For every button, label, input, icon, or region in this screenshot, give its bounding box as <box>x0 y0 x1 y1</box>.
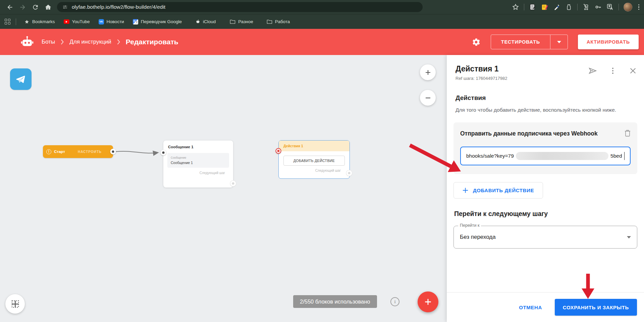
send-test-icon[interactable] <box>588 66 597 75</box>
zoom-out-button[interactable] <box>420 90 436 106</box>
start-node-configure[interactable]: НАСТРОИТЬ <box>78 150 102 154</box>
site-settings-icon[interactable] <box>62 4 68 10</box>
webhook-url-end: 5bed <box>610 153 622 159</box>
webhook-card-title: Отправить данные подписчика через Webhoo… <box>460 130 601 138</box>
message-next-step-port[interactable] <box>230 181 236 186</box>
webhook-url-input[interactable]: bhooks/sale?key=79 5bed <box>460 147 631 165</box>
flow-canvas[interactable]: ! Старт НАСТРОИТЬ Сообщение 1 Сообщение … <box>0 55 447 322</box>
chevron-right-icon <box>117 39 120 45</box>
bookmarks-divider <box>16 18 16 25</box>
bookmark-folder-misc[interactable]: Разное <box>227 18 256 25</box>
text-cursor <box>624 152 625 160</box>
bothelp-logo-icon[interactable] <box>20 35 34 49</box>
message-node-title: Сообщение 1 <box>163 141 233 152</box>
translate-page-icon[interactable] <box>606 3 614 11</box>
message-input-port[interactable] <box>161 150 166 156</box>
next-step-select[interactable]: Перейти к Без перехода <box>453 226 637 249</box>
translate-icon <box>133 19 138 24</box>
test-dropdown-button[interactable] <box>550 35 568 49</box>
start-output-port[interactable] <box>110 149 116 155</box>
profile-avatar[interactable] <box>624 3 632 11</box>
select-floating-label: Перейти к <box>458 223 481 228</box>
start-node[interactable]: ! Старт НАСТРОИТЬ <box>43 145 113 158</box>
zoom-in-button[interactable] <box>420 64 436 80</box>
telegram-channel-icon[interactable] <box>10 68 32 90</box>
apple-icon <box>195 19 200 24</box>
actions-node[interactable]: Действия 1 ДОБАВИТЬ ДЕЙСТВИЕ Следующий ш… <box>278 140 350 179</box>
extension-notes-icon[interactable] <box>529 3 536 11</box>
breadcrumb-flow[interactable]: Для инструкций <box>69 39 111 45</box>
add-action-button[interactable]: ДОБАВИТЬ ДЕЙСТВИЕ <box>453 182 543 199</box>
bookmark-label: Разное <box>238 19 253 24</box>
youtube-icon <box>64 19 69 24</box>
app-header: Боты Для инструкций Редактировать ТЕСТИР… <box>0 29 644 55</box>
bookmark-youtube[interactable]: YouTube <box>61 18 93 25</box>
delete-action-icon[interactable] <box>624 129 631 138</box>
toolbar-divider <box>577 4 578 10</box>
cancel-button[interactable]: ОТМЕНА <box>519 305 542 310</box>
bookmark-label: YouTube <box>72 19 90 24</box>
close-icon[interactable] <box>629 66 637 75</box>
bookmark-icloud[interactable]: iCloud <box>193 17 218 26</box>
actions-node-title: Действия 1 <box>279 141 350 151</box>
actions-next-step-port[interactable] <box>346 170 352 176</box>
bookmark-star-icon[interactable] <box>512 3 519 11</box>
activate-button[interactable]: АКТИВИРОВАТЬ <box>578 35 639 49</box>
browser-toolbar: olyfae.bothelp.io/flow2/flow-builder/4/e… <box>0 0 644 14</box>
webhook-url-redacted <box>516 152 608 160</box>
back-icon[interactable] <box>3 1 16 13</box>
bookmark-label: Работа <box>275 19 290 24</box>
panel-footer: ОТМЕНА СОХРАНИТЬ И ЗАКРЫТЬ <box>447 292 644 322</box>
extension-stickies-icon[interactable] <box>541 3 548 11</box>
plus-icon <box>463 187 468 193</box>
actions-section-hint: Для того чтобы добавить действие, воспол… <box>455 106 633 114</box>
bookmark-google-translate[interactable]: Переводчик Google <box>130 18 184 26</box>
browser-menu-icon[interactable] <box>637 4 641 10</box>
toolbar-divider <box>524 4 524 10</box>
forward-icon[interactable] <box>16 1 29 13</box>
address-bar[interactable]: olyfae.bothelp.io/flow2/flow-builder/4/e… <box>57 2 423 12</box>
add-block-fab[interactable] <box>418 291 438 312</box>
breadcrumb-bots[interactable]: Боты <box>42 39 55 45</box>
actions-input-port[interactable] <box>276 148 281 154</box>
reload-icon[interactable] <box>29 1 42 13</box>
step-ref: Ref шага: 1760449717982 <box>455 76 507 81</box>
breadcrumb-edit: Редактировать <box>126 38 178 46</box>
password-key-icon[interactable] <box>594 3 602 11</box>
star-icon <box>24 19 30 24</box>
save-and-close-button[interactable]: СОХРАНИТЬ И ЗАКРЫТЬ <box>555 299 637 316</box>
actions-next-step-label: Следующий шаг <box>279 166 350 172</box>
home-icon[interactable] <box>42 1 54 13</box>
actions-section-title: Действия <box>455 94 637 102</box>
test-button[interactable]: ТЕСТИРОВАТЬ <box>491 35 550 49</box>
folder-icon <box>267 19 272 24</box>
vk-icon: VK <box>99 19 104 24</box>
dolly-icon[interactable] <box>582 3 590 11</box>
add-action-label: ДОБАВИТЬ ДЕЙСТВИЕ <box>473 187 534 193</box>
settings-gear-icon[interactable] <box>472 38 481 47</box>
extensions-jar-icon[interactable] <box>565 3 573 11</box>
alert-icon: ! <box>46 149 51 154</box>
bookmark-label: Bookmarks <box>32 19 55 24</box>
bookmark-bookmarks[interactable]: Bookmarks <box>21 18 58 26</box>
fit-view-button[interactable] <box>5 294 25 314</box>
chevron-down-icon <box>627 236 631 238</box>
url-text[interactable]: olyfae.bothelp.io/flow2/flow-builder/4/e… <box>72 4 165 10</box>
info-icon[interactable]: i <box>390 297 399 306</box>
bookmarks-bar: Bookmarks YouTube VK Новости Переводчик … <box>0 14 644 29</box>
node-add-action-button[interactable]: ДОБАВИТЬ ДЕЙСТВИЕ <box>283 156 345 166</box>
bookmark-folder-work[interactable]: Работа <box>264 18 293 25</box>
step-settings-panel: Действия 1 Ref шага: 1760449717982 Дейст… <box>447 55 644 322</box>
message-node[interactable]: Сообщение 1 Сообщение Сообщение 1 Следую… <box>163 141 233 187</box>
apps-grid-icon[interactable] <box>5 19 10 24</box>
message-node-content[interactable]: Сообщение Сообщение 1 <box>167 153 229 168</box>
extension-eyedropper-icon[interactable] <box>553 3 560 11</box>
message-next-step-label: Следующий шаг <box>163 168 233 175</box>
bookmark-label: Переводчик Google <box>141 19 182 24</box>
more-options-icon[interactable] <box>608 66 617 75</box>
goto-section-title: Перейти к следующему шагу <box>454 210 637 218</box>
bookmark-news[interactable]: VK Новости <box>96 18 127 26</box>
flow-connections <box>0 55 447 322</box>
message-field-label: Сообщение <box>171 156 226 159</box>
webhook-url-start: bhooks/sale?key=79 <box>466 153 514 159</box>
